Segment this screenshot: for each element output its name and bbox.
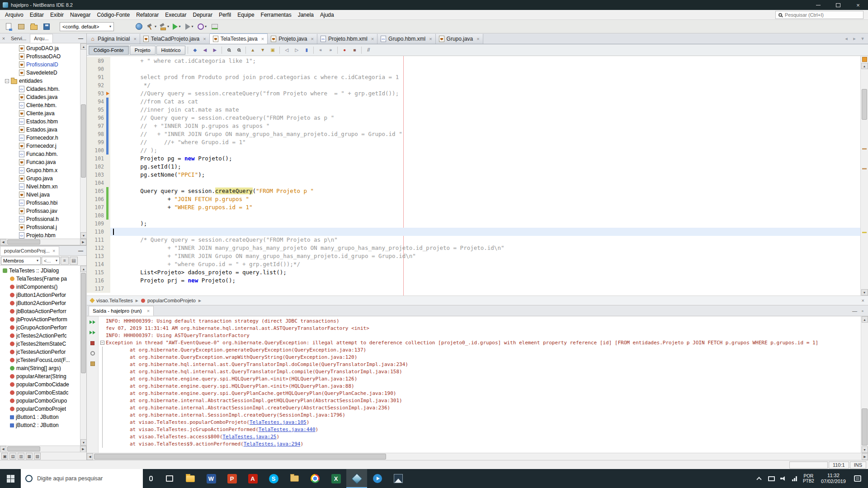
menu-equipe[interactable]: Equipe [234,10,257,19]
member-item-popularcomboprojet[interactable]: popularComboProjet [0,405,80,413]
run-button[interactable]: ▾ [171,21,183,33]
editor-tab-grupo-hbm-xml[interactable]: Grupo.hbm.xml× [377,34,435,44]
new-file-button[interactable] [3,21,14,33]
editor-tab-telatestes-java[interactable]: TelaTestes.java× [210,33,268,44]
prev-bookmark-button[interactable]: ◁ [282,46,291,55]
excel-taskbar-button[interactable]: X [326,469,346,488]
prev-occurrence-button[interactable]: ▲ [248,46,257,55]
member-item-popularcombogrupo[interactable]: popularComboGrupo [0,397,80,405]
back-button[interactable]: ◀ [200,46,209,55]
member-item-popularalterar-string[interactable]: popularAlterar(String [0,372,80,380]
last-edit-button[interactable]: ◆ [190,46,199,55]
member-item-telatestes-jdialog[interactable]: TelaTestes :: JDialog [0,267,80,275]
close-tab-icon[interactable]: × [133,36,136,42]
start-button[interactable] [0,469,21,488]
close-tab-icon[interactable]: × [147,308,150,314]
tree-item-funcao-hbm[interactable]: Funcao.hbm. [0,150,80,158]
next-bookmark-button[interactable]: ▷ [292,46,301,55]
close-tab-icon[interactable]: × [476,36,479,42]
tree-item-cidades-hbm[interactable]: Cidades.hbm. [0,85,80,93]
collapse-toggle[interactable]: − [5,79,9,83]
tree-item-nivel-hbm-xn[interactable]: Nivel.hbm.xn [0,183,80,191]
menu-arquivo[interactable]: Arquivo [2,10,27,19]
filter-button[interactable]: ▧ [34,453,41,460]
editor-tab-grupo-java[interactable]: Grupo.java× [436,34,483,44]
comment-button[interactable]: // [364,46,373,55]
breadcrumb-close-icon[interactable]: × [862,298,864,303]
menu-executar[interactable]: Executar [162,10,189,19]
toggle-highlight-button[interactable]: ▣ [268,46,277,55]
close-tab-icon[interactable]: × [203,36,206,42]
close-button[interactable]: × [848,0,868,10]
menu-ajuda[interactable]: Ajuda [317,10,337,19]
member-item-jbutton2actionperfor[interactable]: jButton2ActionPerfor [0,299,80,307]
editor-scrollbar[interactable]: ▲ ▼ [860,56,868,296]
stacktrace-link[interactable]: TelaTestes.java:25 [222,433,276,441]
breadcrumb-item-popularcomboprojeto[interactable]: popularComboProjeto [141,298,196,303]
display-tray-icon[interactable] [768,476,775,481]
member-item-main-string-args[interactable]: main(String[] args) [0,364,80,372]
editor-tab-telacadprojeto-java[interactable]: TelaCadProjeto.java× [140,34,210,44]
tree-item-estados-java[interactable]: Estados.java [0,126,80,134]
close-tab-icon[interactable]: × [311,36,314,42]
volume-tray-icon[interactable] [780,476,787,481]
find-button[interactable] [224,46,233,55]
shift-right-button[interactable]: » [326,46,335,55]
tab-nav-icon[interactable]: ◂ [843,36,850,42]
chrome-taskbar-button[interactable] [305,469,326,488]
panel-minimize-icon[interactable]: — [75,248,86,253]
hidden-icons-chevron-icon[interactable] [756,477,761,482]
menu-editar[interactable]: Editar [27,10,47,19]
tree-item-cliente-java[interactable]: Cliente.java [0,109,80,117]
view-button-c-digo-fonte[interactable]: Código-Fonte [89,46,129,55]
tree-item-fornecedor-j[interactable]: Fornecedor.j [0,142,80,150]
find-selection-button[interactable] [234,46,243,55]
forward-button[interactable]: ▶ [210,46,219,55]
member-item-jctestesfocuslost-f[interactable]: jcTestesFocusLost(F... [0,356,80,364]
tree-item-profissaodao[interactable]: ProfissaoDAO [0,52,80,61]
skype-taskbar-button[interactable]: S [263,469,284,488]
navigator-sort-button[interactable]: ≡ [61,257,69,265]
view-button-hist-rico[interactable]: Histórico [156,46,186,55]
task-view-taskbar-button[interactable] [159,469,180,488]
close-tab-icon[interactable]: × [261,36,264,42]
navigator-tab[interactable]: popularComboProj... × [0,246,59,255]
network-tray-icon[interactable] [792,476,797,481]
clock[interactable]: 11:32 07/02/2019 [817,473,849,484]
open-project-button[interactable] [28,21,40,33]
folder-taskbar-button[interactable] [284,469,305,488]
editor-tab-projeto-hbm-xml[interactable]: Projeto.hbm.xml× [317,34,377,44]
globe-button[interactable] [133,21,145,33]
member-item-jbutton1-jbutton[interactable]: jButton1 : JButton [0,413,80,421]
tree-item-profissional-j[interactable]: Profissional.j [0,223,80,231]
output-tab[interactable]: Saída - hajelpro (run) × [89,306,154,316]
taskbar-search-box[interactable]: Digite aqui para pesquisar [21,469,143,488]
member-item-jctestes2actionperfc[interactable]: jcTestes2ActionPerfc [0,332,80,340]
navigator-view-button[interactable]: ▤ [70,257,78,265]
netbeans-taskbar-button[interactable] [346,469,367,488]
navigator-filter-select[interactable]: Membros▾ [1,257,41,265]
projects-vertical-scrollbar[interactable]: ▲▼ [80,43,86,239]
projects-horizontal-scrollbar[interactable]: ◀▶ [0,239,86,245]
menu-perfil[interactable]: Perfil [216,10,234,19]
output-vertical-scrollbar[interactable]: ▲ ▼ [861,316,868,453]
profile-button[interactable]: ▾ [196,21,208,33]
menu-ferramentas[interactable]: Ferramentas [258,10,295,19]
toggle-bookmark-button[interactable]: ▮ [302,46,311,55]
stacktrace-link[interactable]: TelaTestes.java:294 [244,441,301,448]
member-item-jctestes2itemstatec[interactable]: jcTestes2ItemStateC [0,340,80,348]
panel-tab-servi[interactable]: Servi... [7,34,30,43]
tree-item-nivel-java[interactable]: Nivel.java [0,191,80,199]
clean-build-button[interactable]: ▾ [158,21,170,33]
scrollbar-thumb[interactable] [862,89,867,120]
menu-navegar[interactable]: Navegar [67,10,94,19]
photos-taskbar-button[interactable] [388,469,409,488]
word-taskbar-button[interactable]: W [201,469,222,488]
config-select[interactable]: <config. default>▾ [60,22,114,31]
clear-output-button[interactable] [89,360,97,367]
tree-item-profissional-h[interactable]: Profissional.h [0,215,80,223]
tree-item-profissionald[interactable]: ProfissionalD [0,61,80,69]
start-macro-button[interactable]: ● [340,46,349,55]
editor-tab-projeto-java[interactable]: Projeto.java× [268,34,317,44]
tree-item-cidades-java[interactable]: Cidades.java [0,93,80,101]
